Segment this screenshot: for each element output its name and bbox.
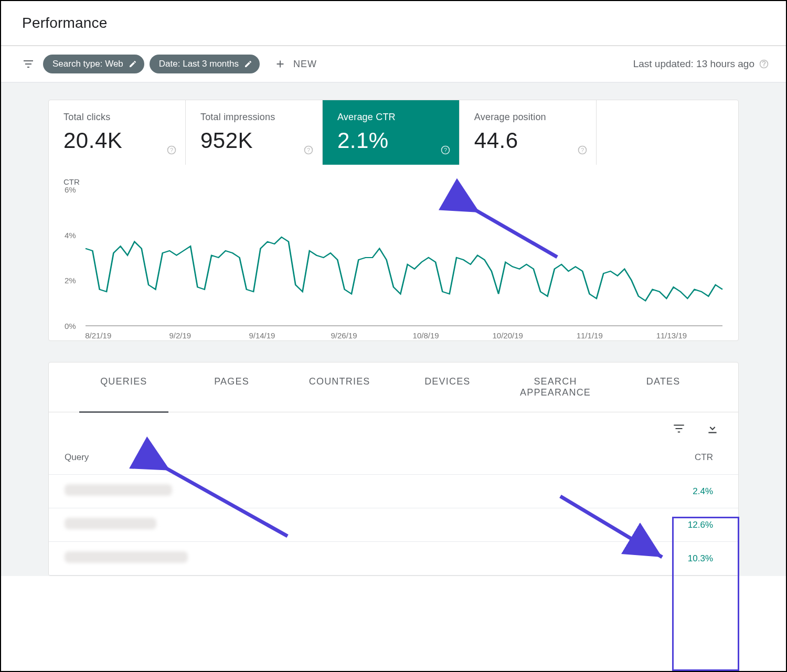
- metric-total-impressions[interactable]: Total impressions 952K ?: [186, 100, 323, 165]
- tab-queries[interactable]: QUERIES: [70, 362, 178, 412]
- help-icon[interactable]: ?: [303, 145, 314, 157]
- x-tick: 8/21/19: [85, 331, 111, 340]
- tabs: QUERIES PAGES COUNTRIES DEVICES SEARCH A…: [49, 362, 738, 412]
- table-row[interactable]: 2.4%: [49, 475, 738, 508]
- filter-icon[interactable]: [22, 58, 35, 70]
- metric-average-position[interactable]: Average position 44.6 ?: [460, 100, 597, 165]
- metric-value: 2.1%: [337, 128, 444, 153]
- chip-label: Date: Last 3 months: [159, 59, 239, 69]
- tab-dates[interactable]: DATES: [609, 362, 717, 412]
- chart-area: CTR 6% 4% 2% 0% 8/21/199/2/199/14/199/26…: [49, 165, 738, 340]
- tab-countries[interactable]: COUNTRIES: [285, 362, 393, 412]
- metric-label: Total impressions: [200, 112, 307, 123]
- metrics-row: Total clicks 20.4K ? Total impressions 9…: [49, 100, 738, 165]
- metric-value: 20.4K: [63, 128, 171, 153]
- svg-text:?: ?: [307, 147, 310, 153]
- help-icon[interactable]: ?: [440, 145, 451, 157]
- filter-bar: Search type: Web Date: Last 3 months NEW…: [1, 46, 786, 83]
- y-tick: 6%: [65, 185, 76, 194]
- col-query: Query: [65, 452, 660, 463]
- app-frame: Performance Search type: Web Date: Last …: [0, 0, 787, 672]
- metric-value: 44.6: [474, 128, 581, 153]
- x-tick: 10/20/19: [493, 331, 523, 340]
- metric-placeholder: [597, 100, 738, 165]
- table-body: 2.4%12.6%10.3%: [49, 475, 738, 575]
- col-ctr: CTR: [660, 452, 722, 463]
- metric-label: Average CTR: [337, 112, 444, 123]
- pencil-icon: [129, 60, 137, 68]
- metric-average-ctr[interactable]: Average CTR 2.1% ?: [323, 100, 460, 165]
- last-updated: Last updated: 13 hours ago: [633, 58, 769, 70]
- performance-card: Total clicks 20.4K ? Total impressions 9…: [48, 100, 739, 341]
- tab-devices[interactable]: DEVICES: [393, 362, 502, 412]
- chart-y-title: CTR: [63, 177, 722, 186]
- x-tick: 9/26/19: [331, 331, 357, 340]
- new-label: NEW: [293, 59, 317, 70]
- metric-value: 952K: [200, 128, 307, 153]
- table-row[interactable]: 12.6%: [49, 508, 738, 542]
- chart-body: 6% 4% 2% 0% 8/21/199/2/199/14/199/26/191…: [86, 189, 722, 326]
- filter-chip-date[interactable]: Date: Last 3 months: [150, 55, 260, 73]
- pencil-icon: [244, 60, 252, 68]
- svg-text:?: ?: [170, 147, 173, 153]
- download-icon[interactable]: [701, 418, 724, 440]
- x-tick: 9/14/19: [249, 331, 275, 340]
- x-tick: 9/2/19: [169, 331, 192, 340]
- svg-text:?: ?: [444, 147, 447, 153]
- chart-svg[interactable]: [86, 189, 722, 326]
- help-icon[interactable]: [759, 59, 769, 69]
- metric-total-clicks[interactable]: Total clicks 20.4K ?: [49, 100, 186, 165]
- x-axis: 8/21/199/2/199/14/199/26/1910/8/1910/20/…: [86, 331, 722, 342]
- svg-text:?: ?: [581, 147, 584, 153]
- content-area: Total clicks 20.4K ? Total impressions 9…: [1, 83, 786, 576]
- table-header: Query CTR: [49, 440, 738, 475]
- x-tick: 11/1/19: [577, 331, 603, 340]
- help-icon[interactable]: ?: [577, 145, 588, 157]
- tab-search-appearance[interactable]: SEARCH APPEARANCE: [502, 362, 610, 412]
- table-row[interactable]: 10.3%: [49, 542, 738, 575]
- ctr-cell: 10.3%: [660, 553, 722, 564]
- y-tick: 2%: [65, 276, 76, 285]
- tab-pages[interactable]: PAGES: [178, 362, 286, 412]
- query-cell: [65, 551, 660, 566]
- add-filter-button[interactable]: NEW: [274, 58, 317, 70]
- help-icon[interactable]: ?: [166, 145, 177, 157]
- x-tick: 11/13/19: [656, 331, 687, 340]
- titlebar: Performance: [1, 1, 786, 46]
- ctr-cell: 2.4%: [660, 486, 722, 497]
- table-toolbar: [49, 412, 738, 440]
- x-tick: 10/8/19: [413, 331, 439, 340]
- metric-label: Total clicks: [63, 112, 171, 123]
- filter-chip-search-type[interactable]: Search type: Web: [43, 55, 144, 73]
- last-updated-text: Last updated: 13 hours ago: [633, 58, 754, 70]
- query-cell: [65, 484, 660, 498]
- query-cell: [65, 518, 660, 532]
- ctr-cell: 12.6%: [660, 520, 722, 530]
- table-filter-icon[interactable]: [668, 418, 690, 440]
- y-tick: 0%: [65, 322, 76, 330]
- metric-label: Average position: [474, 112, 581, 123]
- chip-label: Search type: Web: [52, 59, 123, 69]
- queries-card: QUERIES PAGES COUNTRIES DEVICES SEARCH A…: [48, 362, 739, 576]
- y-tick: 4%: [65, 230, 76, 239]
- plus-icon: [274, 58, 286, 70]
- page-title: Performance: [22, 15, 765, 31]
